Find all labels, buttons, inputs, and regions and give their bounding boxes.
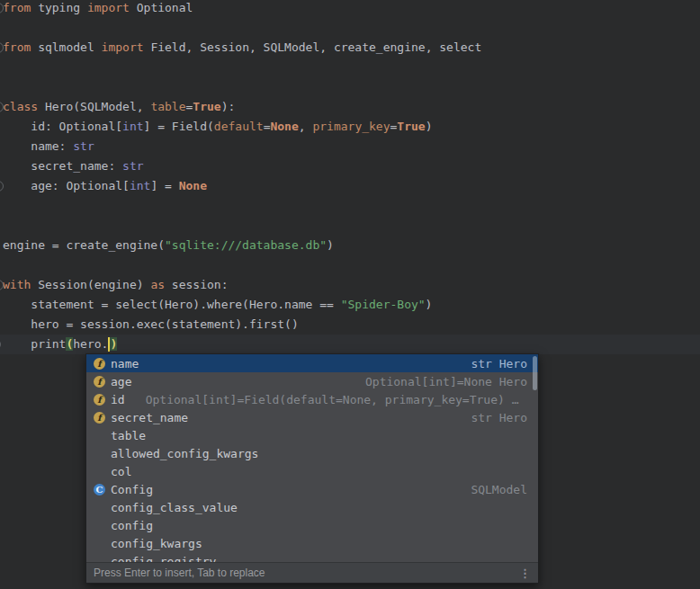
- completion-item-label: allowed_config_kwargs: [111, 447, 258, 460]
- completion-item[interactable]: fsecret_namestr Hero: [86, 408, 538, 426]
- completion-item[interactable]: fnamestr Hero: [86, 354, 538, 372]
- code-line[interactable]: age: Optional[int] = None: [3, 176, 700, 196]
- icon-spacer: [94, 466, 105, 477]
- code-token: ): [110, 337, 117, 351]
- code-token: ): [426, 120, 433, 133]
- completion-item-label: table: [111, 429, 146, 442]
- completion-list[interactable]: fnamestr HerofageOptional[int]=None Hero…: [86, 354, 538, 562]
- completion-item-type: str Hero: [471, 357, 527, 370]
- code-line[interactable]: [3, 18, 700, 38]
- code-token: import: [87, 1, 130, 14]
- completion-item-label: col: [111, 465, 131, 478]
- completion-item[interactable]: config_class_value: [86, 498, 538, 516]
- code-token: hero.: [73, 337, 108, 351]
- code-line[interactable]: [3, 77, 700, 97]
- field-icon: f: [94, 412, 105, 424]
- code-token: int: [130, 179, 150, 192]
- completion-item-label: config_class_value: [111, 501, 238, 514]
- code-line[interactable]: with Session(engine) as session:: [3, 275, 700, 295]
- code-line[interactable]: secret_name: str: [3, 156, 700, 176]
- icon-spacer: [94, 430, 105, 442]
- code-token: int: [122, 120, 143, 133]
- code-token: from: [3, 40, 31, 54]
- code-token: ): [426, 298, 433, 311]
- code-token: Optional: [130, 1, 193, 14]
- code-line[interactable]: from sqlmodel import Field, Session, SQL…: [3, 38, 700, 58]
- popup-scrollbar-thumb[interactable]: [533, 356, 537, 390]
- code-token: default: [214, 120, 264, 133]
- completion-item-label: secret_name: [111, 411, 188, 424]
- completion-item-type: Optional[int]=Field(default=None, primar…: [146, 393, 527, 406]
- completion-item[interactable]: table: [86, 426, 538, 444]
- class-icon: C: [94, 484, 105, 495]
- code-token: id: Optional[: [3, 120, 122, 133]
- code-token: as: [150, 278, 165, 291]
- code-token: str: [122, 159, 143, 173]
- code-line[interactable]: hero = session.exec(statement).first(): [3, 315, 700, 335]
- completion-item[interactable]: allowed_config_kwargs: [86, 444, 538, 462]
- completion-hint-label: Press Enter to insert, Tab to replace: [94, 567, 265, 579]
- code-token: None: [270, 120, 298, 133]
- icon-spacer: [94, 448, 105, 460]
- code-token: ] =: [150, 179, 178, 192]
- code-token: age: Optional[: [3, 179, 130, 192]
- code-line[interactable]: statement = select(Hero).where(Hero.name…: [3, 295, 700, 315]
- icon-spacer: [94, 556, 105, 563]
- icon-spacer: [94, 520, 105, 531]
- code-token: ,: [299, 120, 313, 133]
- completion-item-label: name: [111, 357, 139, 370]
- code-token: engine = create_engine(: [3, 238, 165, 252]
- code-line[interactable]: [3, 255, 700, 275]
- icon-spacer: [94, 538, 105, 549]
- more-options-icon[interactable]: ⋮: [519, 567, 531, 579]
- completion-item-type: str Hero: [471, 411, 527, 424]
- completion-item[interactable]: fidOptional[int]=Field(default=None, pri…: [86, 390, 538, 408]
- code-token: True: [193, 100, 220, 113]
- code-token: "Spider-Boy": [341, 298, 426, 311]
- code-line[interactable]: print(hero.): [0, 335, 700, 354]
- code-token: sqlmodel: [31, 40, 101, 54]
- code-token: None: [179, 179, 207, 192]
- code-token: hero = session.exec(statement).first(): [3, 317, 299, 331]
- code-token: Session(engine): [31, 278, 150, 291]
- code-line[interactable]: name: str: [3, 137, 700, 156]
- code-line[interactable]: [3, 58, 700, 77]
- completion-item-label: Config: [111, 483, 153, 496]
- code-line[interactable]: [3, 216, 700, 236]
- code-token: True: [397, 120, 425, 133]
- completion-item[interactable]: config: [86, 516, 538, 534]
- field-icon: f: [94, 376, 105, 388]
- code-line[interactable]: class Hero(SQLModel, table=True):: [3, 97, 700, 117]
- completion-popup: fnamestr HerofageOptional[int]=None Hero…: [85, 353, 539, 584]
- code-token: Hero(SQLModel,: [38, 100, 150, 113]
- code-token: from: [3, 1, 31, 14]
- code-line[interactable]: engine = create_engine("sqlite:///databa…: [3, 236, 700, 255]
- code-editor: from typing import Optionalfrom sqlmodel…: [0, 0, 700, 589]
- completion-item-label: age: [111, 375, 131, 388]
- completion-item[interactable]: col: [86, 462, 538, 480]
- code-line[interactable]: [3, 196, 700, 216]
- code-token: ): [327, 238, 334, 252]
- completion-item-label: config: [111, 519, 153, 532]
- completion-item-label: config_registry: [111, 555, 216, 563]
- completion-footer: Press Enter to insert, Tab to replace ⋮: [86, 562, 538, 583]
- code-token: primary_key: [312, 120, 390, 133]
- completion-item[interactable]: CConfigSQLModel: [86, 480, 538, 498]
- completion-item[interactable]: config_kwargs: [86, 534, 538, 552]
- code-area[interactable]: from typing import Optionalfrom sqlmodel…: [3, 0, 700, 354]
- code-token: with: [3, 278, 31, 291]
- gutter-fold-icon: [0, 339, 1, 350]
- code-token: session:: [165, 278, 228, 291]
- completion-item[interactable]: fageOptional[int]=None Hero: [86, 372, 538, 390]
- code-token: class: [3, 100, 38, 113]
- code-token: print: [3, 337, 66, 351]
- code-token: secret_name:: [3, 159, 122, 173]
- completion-item-label: id: [111, 393, 125, 406]
- field-icon: f: [94, 394, 105, 406]
- code-token: ] = Field(: [144, 120, 214, 133]
- code-line[interactable]: id: Optional[int] = Field(default=None, …: [3, 117, 700, 137]
- completion-item-type: Optional[int]=None Hero: [365, 375, 527, 388]
- code-line[interactable]: from typing import Optional: [3, 0, 700, 18]
- code-token: table: [150, 100, 185, 113]
- completion-item[interactable]: config_registry: [86, 552, 538, 562]
